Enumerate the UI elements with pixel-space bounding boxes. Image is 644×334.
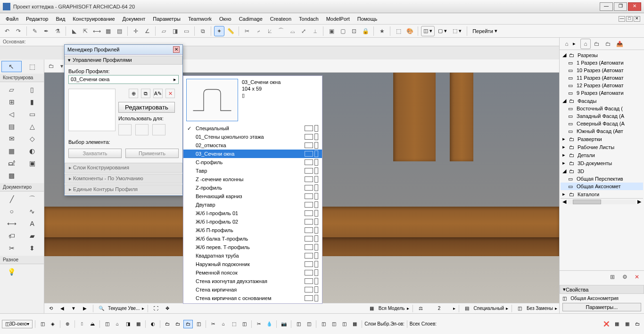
nav-item[interactable]: ▭Общая Аксономет [561, 183, 643, 190]
shell-tool[interactable]: ✉ [2, 133, 22, 144]
icon-f[interactable]: ◫ [102, 320, 112, 328]
manage-profiles-header[interactable]: ▾Управление Профилями [65, 56, 182, 65]
magic-wand-icon[interactable]: ✦ [214, 26, 224, 36]
camera-icon[interactable]: 📷 [279, 320, 289, 328]
rename-profile-button[interactable]: A✎ [153, 89, 163, 98]
marquee-tool[interactable]: ⬚ [23, 61, 43, 72]
ruler-icon[interactable]: 📏 [225, 26, 236, 36]
nav-view-icon[interactable]: 🗀 [592, 39, 602, 49]
profile-list-item[interactable]: 03_Сечени окна [183, 150, 322, 158]
stair-tool[interactable]: ▤ [2, 121, 22, 132]
trim-icon[interactable]: ✂ [242, 26, 252, 36]
split-icon[interactable]: ⌿ [253, 26, 264, 36]
goto-dropdown[interactable]: Перейти ▾ [470, 26, 500, 36]
override-icon[interactable]: ◫ [515, 304, 525, 313]
section-tool[interactable]: ✂ [2, 242, 22, 254]
menu-construct[interactable]: Конструирование [69, 14, 118, 24]
profile-list-item[interactable]: Ж/б I-профиль 01 [183, 209, 322, 217]
menu-modelport[interactable]: ModelPort [322, 14, 354, 24]
misc-group-header[interactable]: Разное [0, 256, 44, 264]
nav-item[interactable]: ▭1 Разрез (Автомати [561, 59, 643, 67]
window-tool[interactable]: ⊞ [2, 96, 22, 108]
group-icon[interactable]: ▣ [326, 26, 337, 36]
components-section[interactable]: ▸ Компоненты - По Умолчанию [65, 174, 182, 184]
properties-header[interactable]: ▾ Свойства [560, 285, 644, 294]
scale-icon[interactable]: ⚖ [416, 304, 426, 313]
doc-minimize-button[interactable]: — [619, 16, 625, 22]
edit-button[interactable]: Редактировать [118, 102, 175, 113]
camera-tool[interactable] [23, 266, 42, 277]
nav-item[interactable]: ▭12 Разрез (Автомат [561, 82, 643, 89]
icon-p[interactable]: ⌂ [219, 320, 228, 328]
polyline-tool[interactable]: ∿ [23, 206, 42, 217]
delete-profile-button[interactable]: ✕ [165, 89, 175, 98]
redo-button[interactable]: ↷ [13, 26, 24, 36]
construct-group-header[interactable]: Конструирова [0, 74, 44, 82]
beam-tool[interactable]: ◁ [2, 109, 22, 120]
nav-group[interactable]: ▸🗀Развертки [561, 135, 643, 143]
use-beam-button[interactable] [135, 124, 149, 135]
morph-tool[interactable]: ◐ [23, 145, 42, 157]
new-view-icon[interactable]: ⊞ [607, 272, 618, 282]
column-tool[interactable]: ▮ [23, 96, 42, 108]
icon-t[interactable]: 💧 [264, 320, 274, 328]
scale-value[interactable]: 2 [428, 306, 451, 311]
nav-prev-icon[interactable]: ◀ [58, 304, 67, 313]
override-value[interactable]: Без Замены [527, 306, 553, 311]
profile-list-item[interactable]: Ж/б I-профиль 02 [183, 217, 322, 226]
window-type-button[interactable]: ◫ 3D-окно ▾ [2, 320, 33, 328]
nav-group[interactable]: ◢🗀3D [561, 167, 643, 175]
plane-icon[interactable]: ▱ [158, 26, 169, 36]
offset-icon[interactable]: ⧉ [198, 26, 208, 36]
layers-icon[interactable]: ▤ [114, 26, 124, 36]
nav-item[interactable]: ▭Восточный Фасад ( [561, 105, 643, 112]
nav-publish-icon[interactable]: 📤 [614, 39, 625, 49]
line-tool[interactable]: ╱ [2, 193, 22, 205]
profile-list-item[interactable]: Квадратная труба [183, 251, 322, 260]
lamp-misc-tool[interactable]: 💡 [2, 266, 22, 277]
icon-a[interactable]: ◫ [38, 320, 47, 328]
icon-j[interactable]: ◐ [148, 320, 157, 328]
capture-button[interactable]: Захватить [68, 149, 122, 158]
nav-project-icon[interactable]: ⌂ [561, 39, 572, 49]
filter-icon[interactable]: ▦ [367, 304, 377, 313]
penset-icon[interactable]: ▤ [462, 304, 472, 313]
nav-group[interactable]: ◢🗀Разрезы [561, 51, 643, 59]
icon-w[interactable]: ◫ [319, 320, 328, 328]
icon-end2[interactable]: ▦ [612, 320, 621, 328]
duplicate-profile-button[interactable]: ⧉ [141, 89, 150, 98]
nav-group[interactable]: ▸🗀Рабочие Листы [561, 143, 643, 151]
tab-icon[interactable]: 🗀 [46, 61, 57, 71]
grid-icon[interactable]: ▦ [103, 26, 113, 36]
profile-list-item[interactable]: Тавр [183, 167, 322, 175]
icon-c[interactable]: ⊕ [63, 320, 72, 328]
icon-r[interactable]: ◫ [239, 320, 249, 328]
slab-tool[interactable]: ▭ [23, 109, 42, 120]
icon-n[interactable]: ◫ [194, 320, 203, 328]
nav-item[interactable]: ▭Западный Фасад (А [561, 112, 643, 120]
menu-cadimage[interactable]: Cadimage [235, 14, 266, 24]
door-tool[interactable]: ▯ [23, 84, 42, 95]
skylight-tool[interactable]: ◇ [23, 133, 42, 144]
menu-teamwork[interactable]: Teamwork [184, 14, 215, 24]
model-filter[interactable]: Вся Модель [379, 306, 405, 311]
profile-list-item[interactable]: Ж/б П-профиль [183, 226, 322, 234]
3d-icon[interactable]: ◨ [170, 26, 180, 36]
dialog-titlebar[interactable]: Менеджер Профилей ✕ [65, 45, 182, 55]
offset2-icon[interactable]: ⟂ [310, 26, 320, 36]
pan-icon[interactable]: ✥ [163, 304, 172, 313]
adjust-icon[interactable]: ⟀ [264, 26, 275, 36]
nav-item[interactable]: ▭11 Разрез (Автомат [561, 74, 643, 82]
icon-o[interactable]: ✂ [208, 320, 218, 328]
settings-icon[interactable]: ⚙ [619, 272, 630, 282]
profile-list-item[interactable]: Z-профиль [183, 184, 322, 192]
profile-list-item[interactable]: Наружный подоконник [183, 260, 322, 268]
resize-icon[interactable]: ⤢ [298, 26, 309, 36]
icon-end1[interactable]: ❌ [602, 320, 611, 328]
eyedropper-icon[interactable]: ✒ [41, 26, 51, 36]
fill-tool[interactable]: ▰ [23, 230, 42, 242]
navigator-tree[interactable]: ◢🗀Разрезы▭1 Разрез (Автомати▭10 Разрез (… [560, 50, 644, 270]
icon-h[interactable]: ◨ [123, 320, 132, 328]
layout-dropdown[interactable]: ⬚ ▾ [450, 26, 464, 36]
document-group-header[interactable]: Документиро [0, 183, 44, 192]
